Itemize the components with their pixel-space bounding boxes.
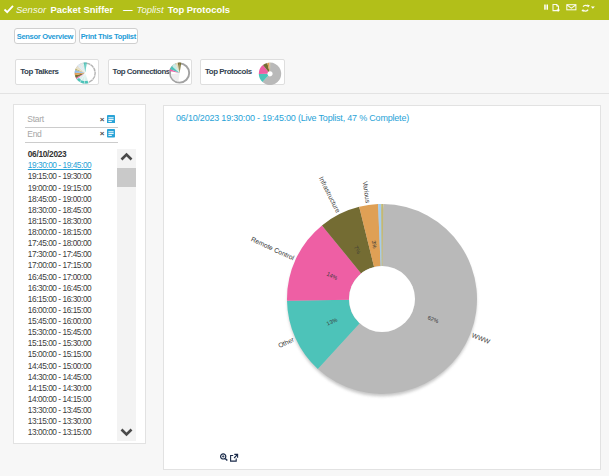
svg-text:WWW: WWW [471,332,492,346]
svg-text:3%: 3% [371,240,378,249]
svg-text:Various: Various [362,181,372,205]
svg-text:Remote Control: Remote Control [250,235,296,261]
svg-text:Infrastructure: Infrastructure [318,175,342,214]
svg-text:Other: Other [277,335,296,349]
